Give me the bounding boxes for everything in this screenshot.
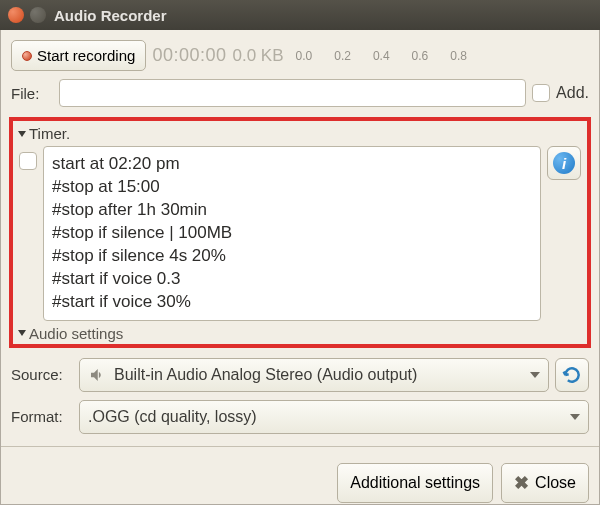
close-label: Close <box>535 474 576 492</box>
tick: 0.0 <box>296 49 313 63</box>
timer-header-label: Timer. <box>29 125 70 142</box>
timer-line: #stop if silence 4s 20% <box>52 245 532 268</box>
window-controls <box>8 7 46 23</box>
additional-settings-button[interactable]: Additional settings <box>337 463 493 503</box>
timer-header[interactable]: Timer. <box>19 125 581 142</box>
format-combobox[interactable]: .OGG (cd quality, lossy) <box>79 400 589 434</box>
timer-line: #start if voice 30% <box>52 291 532 314</box>
timer-line: #stop if silence | 100MB <box>52 222 532 245</box>
source-label: Source: <box>11 366 73 383</box>
timer-line: start at 02:20 pm <box>52 153 532 176</box>
file-row: File: Add. <box>11 79 589 107</box>
format-label: Format: <box>11 408 73 425</box>
chevron-down-icon <box>530 372 540 378</box>
speaker-icon <box>88 366 106 384</box>
timer-text-area[interactable]: start at 02:20 pm #stop at 15:00 #stop a… <box>43 146 541 321</box>
close-button[interactable]: ✖ Close <box>501 463 589 503</box>
info-icon: i <box>553 152 575 174</box>
disclosure-triangle-icon <box>18 131 26 137</box>
tick: 0.4 <box>373 49 390 63</box>
timer-row: start at 02:20 pm #stop at 15:00 #stop a… <box>19 146 581 321</box>
start-recording-button[interactable]: Start recording <box>11 40 146 71</box>
window-body: Start recording 00:00:00 0.0 KB 0.0 0.2 … <box>0 30 600 505</box>
highlight-annotation: Timer. start at 02:20 pm #stop at 15:00 … <box>9 117 591 348</box>
tick: 0.8 <box>450 49 467 63</box>
level-ticks: 0.0 0.2 0.4 0.6 0.8 <box>296 49 467 63</box>
divider <box>1 446 599 447</box>
source-row: Source: Built-in Audio Analog Stereo (Au… <box>11 358 589 392</box>
audio-settings-header[interactable]: Audio settings <box>19 325 581 342</box>
timer-enable-checkbox[interactable] <box>19 152 37 170</box>
close-icon: ✖ <box>514 472 529 494</box>
elapsed-time: 00:00:00 <box>152 45 226 66</box>
file-label: File: <box>11 85 53 102</box>
source-combobox[interactable]: Built-in Audio Analog Stereo (Audio outp… <box>79 358 549 392</box>
footer: Additional settings ✖ Close <box>11 459 589 503</box>
file-input[interactable] <box>59 79 526 107</box>
window-title: Audio Recorder <box>54 7 167 24</box>
chevron-down-icon <box>570 414 580 420</box>
timer-info-button[interactable]: i <box>547 146 581 180</box>
add-checkbox[interactable] <box>532 84 550 102</box>
file-size: 0.0 KB <box>232 46 283 66</box>
record-icon <box>22 51 32 61</box>
start-recording-label: Start recording <box>37 47 135 64</box>
audio-settings-label: Audio settings <box>29 325 123 342</box>
minimize-window-icon[interactable] <box>30 7 46 23</box>
format-row: Format: .OGG (cd quality, lossy) <box>11 400 589 434</box>
tick: 0.2 <box>334 49 351 63</box>
reload-sources-button[interactable] <box>555 358 589 392</box>
source-selected: Built-in Audio Analog Stereo (Audio outp… <box>114 366 417 384</box>
additional-settings-label: Additional settings <box>350 474 480 492</box>
timer-line: #stop after 1h 30min <box>52 199 532 222</box>
add-label: Add. <box>556 84 589 102</box>
timer-line: #stop at 15:00 <box>52 176 532 199</box>
tick: 0.6 <box>412 49 429 63</box>
close-window-icon[interactable] <box>8 7 24 23</box>
format-selected: .OGG (cd quality, lossy) <box>88 408 257 426</box>
reload-icon <box>562 365 582 385</box>
disclosure-triangle-icon <box>18 330 26 336</box>
titlebar: Audio Recorder <box>0 0 600 30</box>
toolbar: Start recording 00:00:00 0.0 KB 0.0 0.2 … <box>11 40 589 71</box>
timer-line: #start if voice 0.3 <box>52 268 532 291</box>
